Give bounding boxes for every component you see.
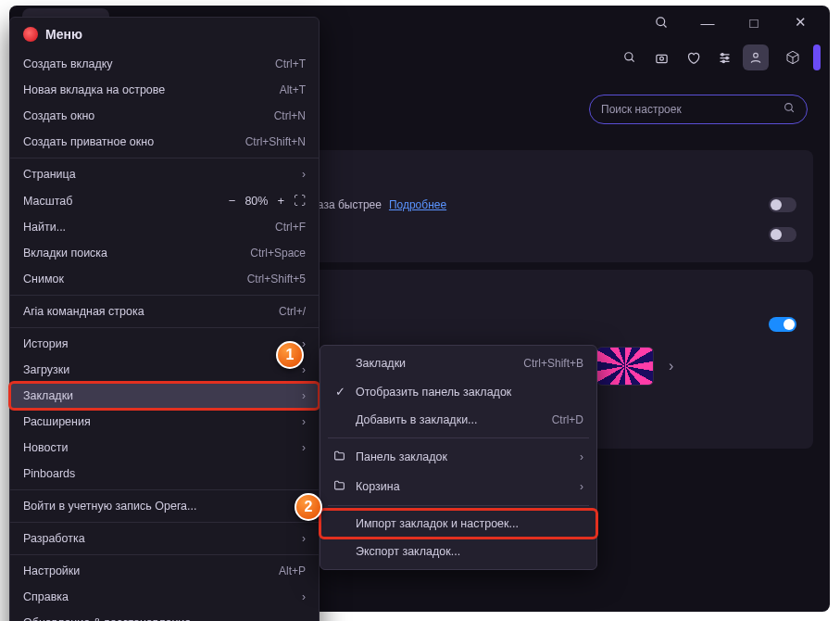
sub-export-bookmarks[interactable]: Экспорт закладок... <box>320 538 596 565</box>
snapshot-icon[interactable] <box>648 44 674 70</box>
menu-aria[interactable]: Aria командная строкаCtrl+/ <box>10 298 319 324</box>
menu-separator <box>10 554 319 555</box>
chevron-right-icon: › <box>302 363 306 376</box>
menu-extensions[interactable]: Расширения› <box>10 409 319 435</box>
chevron-right-icon: › <box>302 415 306 428</box>
check-icon: ✓ <box>333 385 346 399</box>
chevron-right-icon: › <box>580 480 583 493</box>
title-actions: — □ ✕ <box>645 8 824 36</box>
chevron-right-icon: › <box>302 441 306 454</box>
menu-bookmarks[interactable]: Закладки› <box>10 383 319 409</box>
menu-list: Создать вкладкуCtrl+T Новая вкладка на о… <box>10 51 319 621</box>
menu-settings[interactable]: НастройкиAlt+P <box>10 558 319 584</box>
submenu-separator <box>328 437 589 438</box>
svg-point-12 <box>754 53 759 57</box>
svg-point-0 <box>656 17 664 25</box>
search-icon <box>784 102 796 117</box>
annotation-badge-2: 2 <box>295 493 322 521</box>
svg-point-13 <box>785 104 793 111</box>
search-page-icon[interactable] <box>617 44 643 70</box>
bg-thumb-5[interactable] <box>596 347 654 386</box>
menu-new-tab[interactable]: Создать вкладкуCtrl+T <box>10 51 319 77</box>
submenu-separator <box>328 505 589 506</box>
adblock-toggle[interactable] <box>769 197 796 212</box>
menu-new-island-tab[interactable]: Новая вкладка на островеAlt+T <box>10 77 319 103</box>
bookmarks-submenu: Закладки Ctrl+Shift+B ✓ Отобразить панел… <box>320 345 597 570</box>
user-icon[interactable] <box>743 44 769 70</box>
bg-toggle[interactable] <box>769 317 796 332</box>
chevron-right-icon: › <box>302 590 306 603</box>
sub-add-bookmark[interactable]: Добавить в закладки... Ctrl+D <box>320 406 596 434</box>
svg-point-2 <box>625 53 633 60</box>
chevron-right-icon: › <box>580 450 583 463</box>
menu-downloads[interactable]: Загрузки› <box>10 357 319 383</box>
menu-developer[interactable]: Разработка› <box>10 526 319 551</box>
menu-find[interactable]: Найти...Ctrl+F <box>10 214 319 240</box>
sub-import-bookmarks[interactable]: Импорт закладок и настроек... <box>320 510 596 538</box>
menu-help[interactable]: Справка› <box>10 584 319 610</box>
minimize-button[interactable]: — <box>691 8 724 36</box>
menu-new-private-window[interactable]: Создать приватное окноCtrl+Shift+N <box>10 129 319 155</box>
menu-history[interactable]: История› <box>10 331 319 357</box>
zoom-out-button[interactable]: − <box>229 194 236 208</box>
main-menu: Меню Создать вкладкуCtrl+T Новая вкладка… <box>9 17 320 621</box>
heart-icon[interactable] <box>680 44 706 70</box>
svg-point-9 <box>721 53 723 56</box>
sub-show-bar[interactable]: ✓ Отобразить панель закладок <box>320 377 596 406</box>
search-icon[interactable] <box>645 8 678 36</box>
menu-news[interactable]: Новости› <box>10 435 319 461</box>
opera-logo-icon <box>23 27 38 42</box>
menu-title: Меню <box>45 27 82 42</box>
fullscreen-icon[interactable]: ⛶ <box>294 194 306 208</box>
menu-separator <box>10 327 319 328</box>
menu-separator <box>10 295 319 296</box>
svg-point-5 <box>659 57 663 60</box>
search-settings-input[interactable]: Поиск настроек <box>589 95 808 124</box>
zoom-controls: − 80% + ⛶ <box>229 194 306 208</box>
menu-snapshot[interactable]: СнимокCtrl+Shift+5 <box>10 266 319 292</box>
svg-line-1 <box>663 24 666 27</box>
svg-line-14 <box>791 109 794 112</box>
tracker-toggle[interactable] <box>769 227 796 242</box>
menu-separator <box>10 158 319 158</box>
close-button[interactable]: ✕ <box>784 8 817 36</box>
svg-point-11 <box>722 60 725 63</box>
menu-update-restore[interactable]: Обновление & восстановление... <box>10 610 319 621</box>
zoom-in-button[interactable]: + <box>277 194 284 208</box>
annotation-badge-1: 1 <box>276 341 304 369</box>
bg-next-icon[interactable]: › <box>663 358 679 374</box>
folder-icon <box>333 450 346 464</box>
sub-bookmarks-bar[interactable]: Панель закладок › <box>320 442 596 472</box>
search-settings-placeholder: Поиск настроек <box>601 103 682 116</box>
menu-header: Меню <box>10 18 319 51</box>
menu-separator <box>10 489 319 490</box>
svg-rect-4 <box>656 55 666 62</box>
folder-icon <box>333 479 346 494</box>
sub-bookmarks[interactable]: Закладки Ctrl+Shift+B <box>320 349 596 377</box>
maximize-button[interactable]: □ <box>737 8 771 36</box>
menu-zoom[interactable]: Масштаб − 80% + ⛶ <box>10 187 319 214</box>
extensions-cube-icon[interactable] <box>780 44 806 70</box>
zoom-value: 80% <box>244 195 268 208</box>
menu-pinboards[interactable]: Pinboards <box>10 461 319 487</box>
easy-setup-icon[interactable] <box>711 44 737 70</box>
chevron-right-icon: › <box>302 532 306 545</box>
menu-search-tabs[interactable]: Вкладки поискаCtrl+Space <box>10 240 319 266</box>
chevron-right-icon: › <box>302 168 306 181</box>
menu-page[interactable]: Страница› <box>10 161 319 187</box>
sidebar-accent[interactable] <box>813 44 821 70</box>
menu-new-window[interactable]: Создать окноCtrl+N <box>10 103 319 129</box>
learn-more-link[interactable]: Подробнее <box>389 198 446 211</box>
svg-line-3 <box>632 59 634 62</box>
sub-trash[interactable]: Корзина › <box>320 472 596 501</box>
svg-point-10 <box>725 57 728 59</box>
menu-separator <box>10 522 319 523</box>
chevron-right-icon: › <box>302 389 306 402</box>
menu-login-opera[interactable]: Войти в учетную запись Opera... <box>10 493 319 519</box>
